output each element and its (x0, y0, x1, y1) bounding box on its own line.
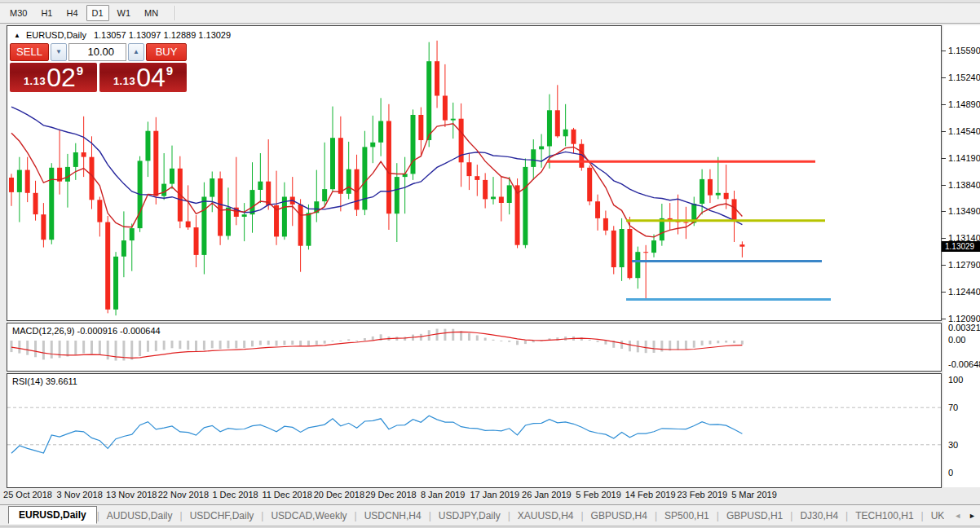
time-axis-label: 14 Feb 2019 (625, 490, 676, 499)
timeframe-m30[interactable]: M30 (4, 5, 33, 21)
tab-gbpusd-h4[interactable]: GBPUSD,H4 (584, 508, 655, 524)
collapse-chart-icon[interactable]: ▲ (14, 32, 20, 39)
time-axis-label: 1 Dec 2018 (212, 490, 258, 499)
price-tick (942, 77, 946, 78)
price-tick (942, 185, 946, 186)
time-axis-label: 17 Jan 2019 (470, 490, 519, 499)
sell-button[interactable]: SELL (10, 43, 49, 61)
price-tick (942, 158, 946, 159)
price-tick (942, 265, 946, 266)
price-axis-label: 1.14190 (948, 153, 980, 163)
time-axis-label: 5 Mar 2019 (731, 490, 777, 499)
rsi-plot (7, 374, 941, 486)
tab-audusd-daily[interactable]: AUDUSD,Daily (99, 508, 180, 524)
rsi-axis-label: 100 (948, 375, 963, 385)
price-tick (942, 51, 946, 51)
time-axis-label: 3 Nov 2018 (56, 490, 102, 499)
time-axis-label: 5 Feb 2019 (576, 490, 621, 499)
sell-price-big: 02 (46, 66, 76, 90)
time-axis-label: 25 Oct 2018 (3, 490, 52, 499)
time-scale[interactable]: 25 Oct 20183 Nov 201813 Nov 201822 Nov 2… (0, 490, 942, 502)
price-axis-label: 1.14890 (948, 99, 980, 109)
timeframe-toolbar: M30H1H4D1W1MN (0, 3, 980, 24)
price-axis-label: 1.13490 (948, 206, 980, 216)
tab-dj30-h4[interactable]: DJ30,H4 (792, 508, 845, 524)
toolbar-separator (174, 6, 176, 20)
buy-price-prefix: 1.13 (113, 75, 135, 87)
tab-eurusd-daily[interactable]: EURUSD,Daily (8, 506, 97, 524)
one-click-trade-widget: SELL ▼ 10.00 ▲ BUY 1.13 02 9 1.13 04 9 (10, 43, 187, 92)
tab-usdcad-weekly[interactable]: USDCAD,Weekly (263, 508, 354, 524)
macd-axis-label: 0.00 (948, 335, 965, 345)
rsi-axis-label: 70 (948, 403, 958, 412)
timeframe-d1[interactable]: D1 (86, 5, 109, 21)
macd-indicator-panel[interactable]: MACD(12,26,9) -0.000916 -0.000644 (7, 323, 942, 372)
volume-increase-icon[interactable]: ▲ (128, 43, 144, 61)
tab-usdcnh-h4[interactable]: USDCNH,H4 (357, 508, 429, 524)
chart-tabs: EURUSD,Daily|AUDUSD,Daily|USDCHF,Daily|U… (0, 505, 944, 526)
tab-xauusd-h4[interactable]: XAUUSD,H4 (510, 508, 581, 524)
ma-slow-blue-line (11, 107, 742, 224)
time-axis-label: 29 Dec 2018 (365, 490, 416, 499)
time-axis-label: 11 Dec 2018 (262, 490, 312, 499)
price-tick (942, 104, 946, 105)
volume-decrease-icon[interactable]: ▼ (51, 43, 67, 61)
chart-symbol-label: EURUSD,Daily (26, 30, 86, 40)
timeframe-h4[interactable]: H4 (60, 5, 83, 21)
sell-price-pip: 9 (77, 64, 83, 77)
timeframe-buttons: M30H1H4D1W1MN (4, 5, 166, 21)
rsi-indicator-panel[interactable]: RSI(14) 39.6611 (7, 373, 942, 488)
price-tick (942, 211, 946, 212)
rsi-line (11, 416, 742, 453)
tab-scroll-left-icon[interactable]: ◄ (954, 512, 961, 520)
price-axis-label: 1.15240 (948, 73, 980, 82)
price-axis-label: 1.14540 (948, 126, 980, 136)
rsi-label: RSI(14) 39.6611 (12, 376, 77, 386)
tab-tech100-h1[interactable]: TECH100,H1 (848, 508, 920, 524)
rsi-axis-label: 0 (948, 468, 953, 477)
sell-price-panel[interactable]: 1.13 02 9 (10, 63, 97, 92)
price-scale[interactable]: 1.155901.152401.148901.145401.141901.138… (943, 25, 980, 487)
tab-usdjpy-daily[interactable]: USDJPY,Daily (431, 508, 508, 524)
macd-axis-label: 0.003216 (948, 323, 980, 332)
price-axis-label: 1.15590 (948, 46, 980, 55)
price-axis-label: 1.12440 (948, 287, 980, 297)
time-axis-label: 13 Nov 2018 (106, 490, 157, 499)
price-axis-label: 1.13840 (948, 180, 980, 190)
price-tick (942, 131, 946, 132)
tab-gbpusd-h1[interactable]: GBPUSD,H1 (719, 508, 790, 524)
chart-tab-bar: EURUSD,Daily|AUDUSD,Daily|USDCHF,Daily|U… (0, 504, 980, 526)
chart-title: ▲ EURUSD,Daily 1.13057 1.13097 1.12889 1… (14, 30, 231, 40)
buy-button[interactable]: BUY (146, 43, 187, 61)
buy-price-big: 04 (136, 66, 166, 90)
terminal-window: M30H1H4D1W1MN ▲ EURUSD,Daily 1.13057 1.1… (0, 0, 980, 528)
tab-usdchf-daily[interactable]: USDCHF,Daily (183, 508, 262, 524)
sell-price-prefix: 1.13 (24, 75, 46, 87)
macd-label: MACD(12,26,9) -0.000916 -0.000644 (12, 326, 161, 336)
rsi-axis-label: 30 (948, 440, 958, 450)
time-axis-label: 22 Nov 2018 (158, 490, 209, 499)
time-axis-label: 20 Dec 2018 (314, 490, 364, 499)
current-price-tag: 1.13029 (942, 241, 980, 252)
time-axis-label: 8 Jan 2019 (421, 490, 465, 499)
buy-price-panel[interactable]: 1.13 04 9 (99, 63, 187, 92)
time-axis-label: 26 Jan 2019 (522, 490, 572, 499)
price-tick (942, 292, 946, 293)
price-tick (942, 319, 946, 319)
macd-axis-label: -0.006485 (948, 359, 980, 369)
chart-ohlc-values: 1.13057 1.13097 1.12889 1.13029 (94, 30, 231, 40)
timeframe-w1[interactable]: W1 (112, 5, 137, 21)
tab-sp500-h1[interactable]: SP500,H1 (657, 508, 717, 524)
timeframe-h1[interactable]: H1 (35, 5, 58, 21)
tab-ukc[interactable]: UKC (924, 508, 944, 524)
macd-signal-line (11, 332, 742, 358)
tab-scroll-right-icon[interactable]: ► (969, 512, 976, 520)
price-tick (942, 238, 946, 239)
volume-input[interactable]: 10.00 (68, 43, 126, 61)
time-axis-label: 23 Feb 2019 (677, 490, 727, 499)
timeframe-mn[interactable]: MN (139, 5, 164, 21)
price-axis-label: 1.12790 (948, 260, 980, 270)
buy-price-pip: 9 (166, 64, 173, 77)
